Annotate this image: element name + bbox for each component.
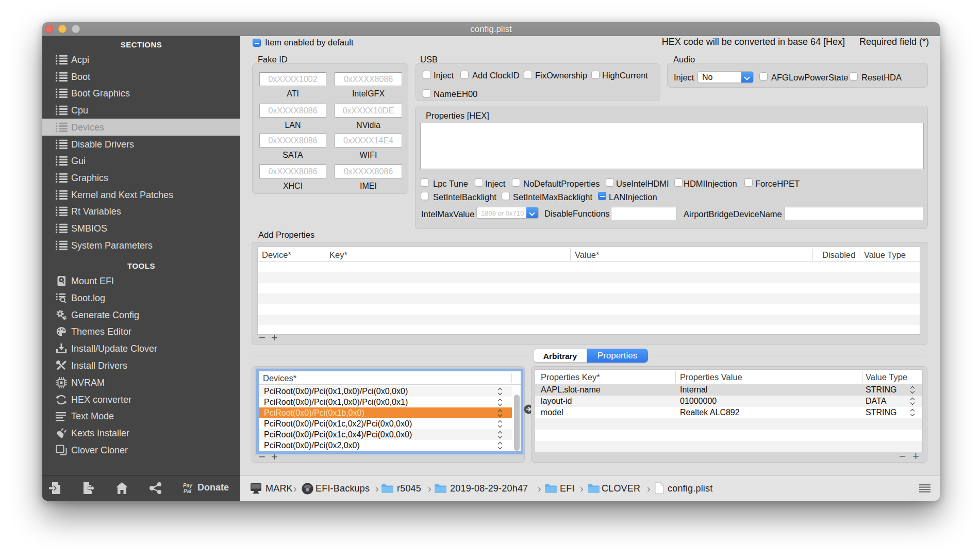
svg-text:Pal: Pal [184,488,191,494]
svg-text:Pay: Pay [183,483,192,488]
